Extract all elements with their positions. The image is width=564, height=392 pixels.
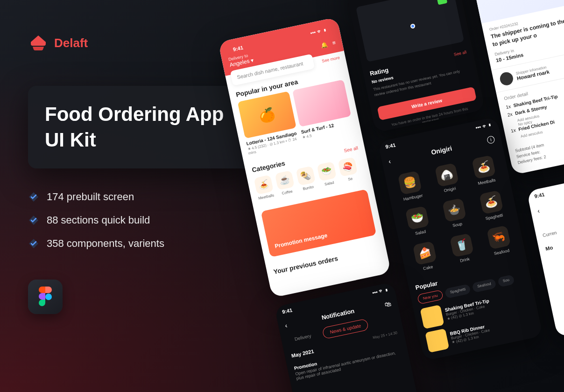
status-time: 9:41: [385, 142, 396, 149]
category-icon: 🦐: [486, 225, 511, 250]
category-icon: 🍔: [398, 171, 422, 195]
category-item[interactable]: 🌯Burrito: [296, 166, 317, 191]
figma-badge: [28, 280, 63, 314]
bell-icon[interactable]: 🔔: [320, 41, 329, 49]
avatar: [499, 71, 514, 86]
map-location-icon: [410, 23, 416, 29]
category-icon: 🍝: [479, 190, 503, 214]
category-item[interactable]: 🍰Cake: [407, 239, 444, 273]
category-item[interactable]: 🍲Soup: [436, 196, 474, 230]
feature-item: 358 components, varients: [28, 238, 252, 250]
cart-icon[interactable]: 🛍: [384, 300, 392, 308]
filter-chip[interactable]: Near you: [417, 289, 444, 304]
category-icon: 🌯: [296, 166, 316, 186]
category-icon: 🥤: [450, 233, 474, 257]
category-item[interactable]: 🍙Onigiri: [429, 161, 466, 195]
check-icon: [28, 191, 39, 203]
category-item[interactable]: ☕Coffee: [275, 170, 296, 196]
category-item[interactable]: 🍣Se: [338, 157, 359, 182]
section-title: Categories: [251, 160, 286, 174]
category-item[interactable]: 🍝Meetballs: [254, 175, 275, 201]
status-time: 9:41: [534, 191, 545, 199]
check-icon: [28, 215, 39, 226]
status-time: 9:41: [233, 45, 244, 52]
map-marker-icon: [437, 0, 448, 5]
check-icon: [28, 238, 39, 249]
category-icon: 🍙: [435, 163, 459, 187]
status-time: 9:41: [282, 307, 293, 315]
month-label: May 2021: [291, 348, 314, 358]
figma-icon: [38, 287, 52, 307]
logo-icon: [28, 33, 49, 53]
category-item[interactable]: 🥗Salad: [317, 161, 338, 187]
category-item[interactable]: 🍔Hambuger: [392, 169, 430, 203]
mockups-cluster: 9:41••• ᯤ ▮ Delivery to Angeles ▾ 🔔≡ Sea…: [179, 0, 564, 392]
feature-item: 174 prebuilt screen: [28, 191, 252, 203]
see-more-link[interactable]: See more: [321, 55, 340, 63]
category-icon: 🍣: [338, 157, 358, 177]
food-image: [420, 305, 444, 329]
filter-chip[interactable]: Spaghetti: [444, 284, 471, 299]
category-icon: 🍲: [442, 198, 466, 222]
status-icons: ••• ᯤ ▮: [475, 122, 492, 131]
category-icon: 🍝: [254, 175, 274, 195]
restaurant-card[interactable]: 🍊 Lotteria - 124 Sandiago ★ 4.5 (232) · …: [238, 91, 300, 155]
category-icon: 🍝: [472, 155, 496, 179]
mockup-address: Addres ◎ 1.3 km • ⏱ 24 mins 711-2880 Nul…: [343, 0, 485, 133]
restaurant-card[interactable]: Surf & Turf - 12 ★ 4.5: [292, 79, 355, 144]
category-icon: 🥗: [317, 161, 337, 182]
category-icon: 🍰: [413, 241, 437, 265]
mockup-notification: 9:41••• ᯤ ▮ ‹ 🛍 Notification Delivery Ne…: [275, 282, 424, 392]
category-item[interactable]: 🥗Salad: [399, 204, 437, 238]
category-item[interactable]: 🍝Spaghetti: [473, 189, 511, 223]
see-all-link[interactable]: See all: [344, 145, 359, 153]
category-icon: ☕: [275, 170, 295, 190]
status-icons: ••• ᯤ ▮: [372, 287, 388, 295]
status-icons: ••• ᯤ ▮: [310, 27, 326, 36]
feature-text: 88 sections quick build: [47, 214, 150, 226]
filter-chip[interactable]: Sou: [497, 274, 515, 287]
svg-point-0: [45, 294, 52, 300]
category-item[interactable]: 🍝Meetballs: [465, 154, 503, 187]
brand-name: Delaft: [54, 36, 88, 50]
feature-item: 88 sections quick build: [28, 214, 252, 226]
category-item[interactable]: 🥤Drink: [444, 232, 481, 266]
food-image: [425, 329, 449, 353]
filter-chip[interactable]: Seafood: [472, 278, 497, 293]
feature-text: 358 components, varients: [47, 238, 164, 250]
category-item[interactable]: 🦐Seafood: [480, 224, 518, 258]
menu-icon[interactable]: ≡: [331, 39, 336, 46]
feature-list: 174 prebuilt screen 88 sections quick bu…: [28, 191, 252, 250]
category-icon: 🥗: [405, 206, 430, 230]
feature-text: 174 prebuilt screen: [47, 191, 134, 203]
